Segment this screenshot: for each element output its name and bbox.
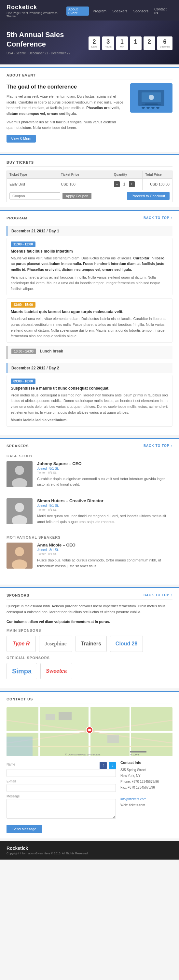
coupon-cell: Apply Coupon bbox=[7, 190, 111, 202]
email-field-row: E-mail bbox=[6, 780, 116, 792]
sponsors-description2: Cur bulum et diam vel diam vulputate fer… bbox=[6, 619, 173, 625]
speaker-role-1: Joined · 8/1 St. bbox=[37, 467, 173, 470]
speakers-section-title: Speakers Back to top ↑ bbox=[6, 444, 173, 450]
nav-speakers[interactable]: Speakers bbox=[110, 8, 129, 14]
contact-form-area: Name f t E-mail Message Send Message Con… bbox=[6, 760, 173, 833]
time-badge-1: 11:00 - 12:00 bbox=[11, 242, 35, 247]
speaker-role-2: Joined · 8/1 St. bbox=[37, 504, 173, 508]
speaker-photo-1 bbox=[6, 461, 33, 487]
contact-website: Web: tickets.com bbox=[120, 803, 145, 807]
program-back-link[interactable]: Back to top ↑ bbox=[144, 216, 173, 220]
countdown-n1: 1 bbox=[130, 37, 142, 50]
map-svg: 0 100m © OpenStreetMap contributors bbox=[6, 707, 173, 756]
site-footer: Rocketick Copyright Information Given He… bbox=[0, 841, 179, 859]
svg-point-16 bbox=[15, 547, 24, 556]
countdown-min: 1 Min bbox=[116, 37, 128, 50]
session-2-title: Mauris laciniat quis laoreet lacu ugue t… bbox=[11, 310, 168, 314]
about-section: About Event The goal of the conference M… bbox=[0, 67, 179, 152]
email-input[interactable] bbox=[6, 784, 116, 792]
about-section-title: About Event bbox=[6, 73, 173, 80]
tickets-section-title: Buy Tickets bbox=[6, 161, 173, 167]
session-1-body: Mauris vel uma velit, vitae elementum di… bbox=[11, 256, 168, 273]
about-image bbox=[130, 83, 173, 143]
speaker-role-3: Joined · 8/1 St. bbox=[37, 548, 173, 552]
facebook-icon[interactable]: f bbox=[100, 762, 107, 769]
nav-sponsors[interactable]: Sponsors bbox=[131, 8, 150, 14]
email-label: E-mail bbox=[6, 780, 116, 783]
qty-display: 1 bbox=[121, 182, 128, 186]
apply-coupon-button[interactable]: Apply Coupon bbox=[62, 192, 92, 199]
speaker-img-3 bbox=[6, 542, 33, 569]
svg-rect-27 bbox=[6, 737, 33, 756]
twitter-icon[interactable]: t bbox=[109, 762, 116, 769]
sponsor-simpa[interactable]: Simpa bbox=[6, 663, 37, 679]
map-area: 0 100m © OpenStreetMap contributors bbox=[6, 707, 173, 756]
conference-illustration bbox=[135, 87, 168, 109]
sponsor-type-r[interactable]: Type R bbox=[6, 636, 36, 652]
nav-contact[interactable]: Contact us bbox=[152, 6, 173, 16]
main-sponsors-title: Main Sponsors bbox=[6, 628, 173, 632]
speaker-name-2: Simon Huters – Creative Director bbox=[37, 498, 173, 503]
svg-rect-28 bbox=[46, 714, 55, 720]
session-1-title: Moenus faucibus mollis interdum bbox=[11, 249, 168, 253]
svg-text:0   100m: 0 100m bbox=[130, 753, 139, 756]
speaker-img-2 bbox=[6, 498, 33, 524]
send-message-button[interactable]: Send Message bbox=[6, 825, 42, 833]
tickets-table: Ticket Type Ticket Price Quantity Total … bbox=[6, 170, 173, 202]
case-study-title: Case Study bbox=[6, 454, 173, 458]
contact-address: 335 Spring StreetNew York, NY Phone: +37… bbox=[120, 767, 173, 808]
session-3-footer: Mauris lacinia lacinia vestibulum. bbox=[11, 417, 168, 423]
speaker-social-2: Twitter · 8/1 St. bbox=[37, 508, 173, 511]
speakers-back-link[interactable]: Back to top ↑ bbox=[144, 444, 173, 447]
tickets-section: Buy Tickets Ticket Type Ticket Price Qua… bbox=[0, 154, 179, 207]
svg-rect-33 bbox=[130, 751, 146, 752]
day1-header: December 21 2012 / Day 1 bbox=[6, 226, 173, 236]
qty-plus-button[interactable]: + bbox=[129, 181, 135, 187]
site-tagline: One Page Event Promoting WordPress Theme bbox=[6, 11, 67, 18]
qty-minus-button[interactable]: − bbox=[114, 181, 120, 187]
ticket-row: Early Bird USD 100 − 1 + USD 100.00 bbox=[7, 178, 173, 190]
countdown-sec: 6 Seconds bbox=[157, 37, 173, 50]
contact-phone: Phone: +370 12345678/96 bbox=[120, 780, 159, 783]
sponsor-trainers[interactable]: Trainers bbox=[76, 636, 107, 652]
session-2-body: Mauris vel uma velit, vitae elementum di… bbox=[11, 316, 168, 339]
nav-about[interactable]: About Event bbox=[67, 6, 89, 16]
countdown-n2: 2 bbox=[144, 37, 155, 50]
speaker-bio-1: Curabitur dapibus dignissim commodi a eu… bbox=[37, 476, 173, 488]
motivational-title: Motivational Speakers bbox=[6, 535, 173, 539]
nav-program[interactable]: Program bbox=[91, 8, 108, 14]
qty-control: − 1 + bbox=[114, 181, 140, 187]
ticket-qty-cell: − 1 + bbox=[111, 178, 143, 190]
svg-point-10 bbox=[15, 466, 24, 475]
svg-rect-30 bbox=[108, 735, 119, 743]
svg-point-8 bbox=[156, 107, 160, 109]
contact-info-block: Contact Info 335 Spring StreetNew York, … bbox=[120, 760, 173, 833]
checkout-button[interactable]: Proceed to Checkout bbox=[127, 192, 169, 200]
sponsor-sweetca[interactable]: Sweetca bbox=[40, 663, 72, 679]
site-logo: Rocketick bbox=[6, 4, 67, 11]
name-input[interactable] bbox=[6, 769, 116, 777]
contact-form-fields: Name f t E-mail Message Send Message bbox=[6, 760, 116, 833]
coupon-input[interactable] bbox=[10, 192, 60, 199]
message-textarea[interactable] bbox=[6, 799, 116, 819]
speaker-silhouette-2 bbox=[6, 498, 33, 524]
sponsors-back-link[interactable]: Back to top ↑ bbox=[144, 593, 173, 597]
sponsor-cloud28[interactable]: Cloud 28 bbox=[110, 636, 143, 652]
speaker-photo-2 bbox=[6, 498, 33, 524]
view-more-button[interactable]: View & More bbox=[6, 135, 36, 143]
about-para2: Vivamus pharetra tellus ac nisl faucibus… bbox=[6, 119, 125, 131]
speaker-silhouette-3 bbox=[6, 542, 33, 569]
speaker-card-2: Simon Huters – Creative Director Joined … bbox=[6, 498, 173, 530]
contact-email-link[interactable]: info@rtickets.com bbox=[120, 797, 146, 801]
ticket-type-cell: Early Bird bbox=[7, 178, 58, 190]
speaker-silhouette-1 bbox=[6, 461, 33, 487]
sponsor-josephine[interactable]: Josephine bbox=[39, 636, 72, 652]
svg-point-6 bbox=[146, 107, 150, 109]
session-1: 11:00 - 12:00 Moenus faucibus mollis int… bbox=[6, 238, 173, 296]
sponsors-description: Quisque in malesuada nibh. Aenean pulvin… bbox=[6, 603, 173, 615]
hero-text: 5th Annual Sales Conference USA · Seattl… bbox=[6, 30, 89, 56]
speaker-bio-3: Fusce dapibus, tellus ac cursus commodo,… bbox=[37, 558, 173, 569]
speaker-name-3: Anna Nicole – CEO bbox=[37, 542, 173, 547]
day2-header: December 22 2012 / Day 2 bbox=[6, 363, 173, 373]
session-1-footer: Vivamus pharetra tellus ac nisl faucibus… bbox=[11, 275, 168, 292]
